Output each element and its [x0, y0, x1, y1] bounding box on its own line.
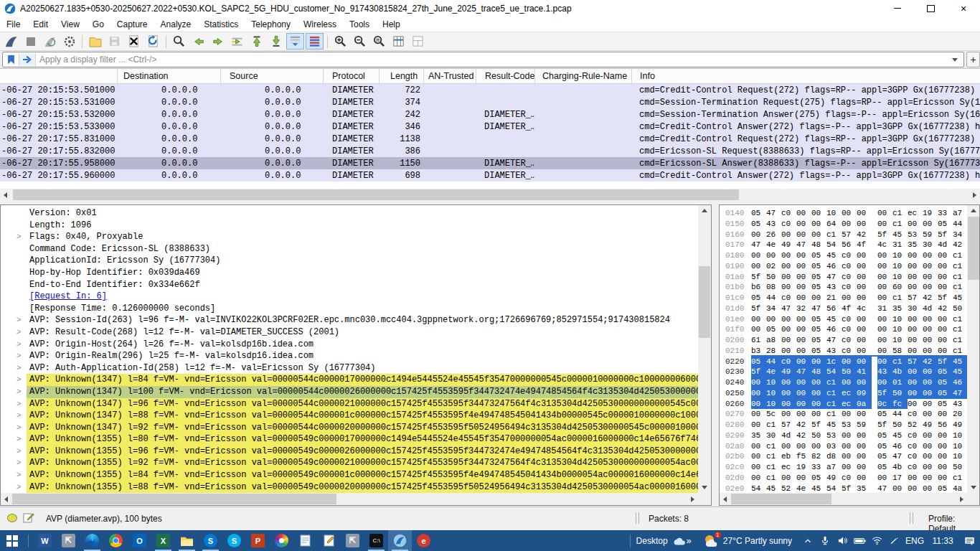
- scroll-up-arrow-icon[interactable]: [971, 209, 976, 212]
- packet-row[interactable]: -06-27 20:17:55.9600000.0.0.00.0.0.0DIAM…: [0, 169, 980, 182]
- hex-vscroll-thumb[interactable]: [968, 217, 979, 280]
- packet-row[interactable]: -06-27 20:15:53.5330000.0.0.00.0.0.0DIAM…: [0, 121, 980, 133]
- column-header-Source[interactable]: Source: [220, 69, 323, 84]
- scroll-left-arrow-icon[interactable]: [4, 496, 8, 502]
- menu-view[interactable]: View: [55, 17, 86, 32]
- hex-row[interactable]: 02600010000000c1ec0a0cfc00000543: [720, 399, 968, 410]
- packet-row[interactable]: -06-27 20:17:55.9580000.0.0.00.0.0.0DIAM…: [0, 157, 980, 169]
- filter-add-button[interactable]: +: [966, 52, 980, 67]
- detail-line[interactable]: >AVP: Unknown(1347) l=84 f=VM- vnd=Erics…: [1, 374, 698, 386]
- expert-info-icon[interactable]: [7, 514, 17, 522]
- expand-arrow-icon[interactable]: >: [17, 362, 22, 375]
- hex-row[interactable]: 01b0b60800000543c0000060000000c1: [720, 282, 968, 293]
- detail-line[interactable]: >Flags: 0x40, Proxyable: [1, 231, 698, 243]
- taskbar-edge[interactable]: [80, 530, 104, 551]
- zoom-out-icon[interactable]: [351, 33, 369, 50]
- taskbar-photos[interactable]: [270, 530, 293, 551]
- column-header-Info[interactable]: Info: [631, 69, 980, 84]
- close-file-icon[interactable]: [125, 33, 143, 50]
- onedrive-cloud-icon[interactable]: [672, 536, 685, 546]
- taskbar-wireshark[interactable]: [388, 530, 412, 551]
- filter-dropdown-caret-icon[interactable]: [952, 58, 958, 62]
- speaker-icon[interactable]: [834, 530, 851, 551]
- hex-row[interactable]: 01600026000000c157425f4553595f34: [720, 230, 968, 240]
- hex-hscrollbar[interactable]: [720, 493, 967, 505]
- detail-line[interactable]: >AVP: Unknown(1347) l=100 f=VM- vnd=Eric…: [1, 386, 698, 398]
- detail-line[interactable]: ApplicationId: Ericsson Sy (16777304): [1, 255, 698, 267]
- detail-line[interactable]: Version: 0x01: [1, 207, 698, 220]
- expand-arrow-icon[interactable]: >: [17, 398, 22, 410]
- hex-row[interactable]: 028000c157425f4553595f5052495649: [720, 420, 968, 430]
- menu-edit[interactable]: Edit: [27, 17, 55, 32]
- menu-statistics[interactable]: Statistics: [197, 17, 245, 32]
- hex-row[interactable]: 01500543c0000064000000c100000544: [720, 219, 968, 230]
- language-indicator[interactable]: ENG: [903, 530, 927, 551]
- taskbar-command-prompt[interactable]: C:\: [364, 530, 388, 551]
- go-back-icon[interactable]: [189, 33, 207, 50]
- detail-line[interactable]: >AVP: Auth-Application-Id(258) l=12 f=-M…: [1, 362, 698, 375]
- start-capture-icon[interactable]: [2, 33, 20, 50]
- detail-hscrollbar[interactable]: [1, 493, 698, 505]
- hex-hscroll-thumb[interactable]: [731, 494, 831, 504]
- detail-line[interactable]: >AVP: Unknown(1355) l=92 f=VM- vnd=Erics…: [1, 457, 698, 469]
- detail-vscroll-thumb[interactable]: [699, 266, 710, 338]
- detail-line[interactable]: Command Code: Ericsson-SL (8388633): [1, 243, 698, 255]
- taskbar-red-app[interactable]: e: [412, 530, 435, 551]
- scroll-down-arrow-icon[interactable]: [971, 486, 976, 489]
- capture-comment-icon[interactable]: [23, 512, 34, 524]
- detail-line[interactable]: End-to-End Identifier: 0x334e662f: [1, 279, 698, 291]
- expand-arrow-icon[interactable]: >: [17, 469, 22, 481]
- expand-arrow-icon[interactable]: >: [17, 446, 22, 458]
- close-button[interactable]: ×: [947, 0, 980, 17]
- resize-columns-icon[interactable]: [390, 33, 407, 50]
- detail-hscroll-thumb[interactable]: [12, 494, 336, 504]
- detail-line[interactable]: >AVP: Unknown(1355) l=84 f=VM- vnd=Erics…: [1, 469, 698, 481]
- detail-line[interactable]: >AVP: Unknown(1347) l=92 f=VM- vnd=Erics…: [1, 422, 698, 434]
- detail-line[interactable]: >AVP: Origin-Host(264) l=26 f=-M- val=ko…: [1, 339, 698, 351]
- expand-arrow-icon[interactable]: >: [17, 386, 22, 398]
- detail-line[interactable]: >AVP: Unknown(1355) l=80 f=VM- vnd=Erics…: [1, 433, 698, 446]
- packet-row[interactable]: -06-27 20:17:55.8310000.0.0.00.0.0.0DIAM…: [0, 133, 980, 145]
- menu-capture[interactable]: Capture: [110, 17, 154, 32]
- pen-icon[interactable]: [885, 530, 903, 551]
- filter-apply-arrow-icon[interactable]: [19, 53, 36, 66]
- taskbar-powerpoint[interactable]: P: [246, 530, 270, 551]
- expand-arrow-icon[interactable]: >: [17, 374, 22, 386]
- taskbar-remote-desktop-2[interactable]: ⇱: [341, 530, 364, 551]
- column-header-Charging-Rule-Name[interactable]: Charging-Rule-Name: [534, 69, 631, 84]
- capture-options-icon[interactable]: [60, 33, 78, 50]
- stop-capture-icon[interactable]: [22, 33, 39, 50]
- column-header-Length[interactable]: Length: [379, 69, 423, 84]
- hex-row[interactable]: 02b000c1ebf582d800000547c0000010: [720, 451, 968, 462]
- expand-arrow-icon[interactable]: >: [17, 326, 22, 339]
- detail-line[interactable]: >AVP: Unknown(1355) l=88 f=VM- vnd=Erics…: [1, 481, 698, 494]
- scroll-right-arrow-icon[interactable]: [973, 192, 976, 198]
- detail-line[interactable]: Length: 1096: [1, 220, 698, 232]
- display-filter-field[interactable]: [2, 52, 964, 67]
- minimize-button[interactable]: [881, 0, 914, 17]
- maximize-button[interactable]: [914, 0, 947, 17]
- packet-row[interactable]: -06-27 20:17:55.8320000.0.0.00.0.0.0DIAM…: [0, 145, 980, 157]
- start-button[interactable]: [0, 530, 24, 551]
- hex-row[interactable]: 01e0000000000545c0000010000000c1: [720, 314, 968, 325]
- battery-icon[interactable]: [851, 530, 868, 551]
- hex-row[interactable]: 02a000c10000000300000546c0000010: [720, 441, 968, 452]
- taskbar-text-editor[interactable]: [317, 530, 341, 551]
- packet-row[interactable]: -06-27 20:15:53.5310000.0.0.00.0.0.0DIAM…: [0, 96, 980, 108]
- taskbar-outlook[interactable]: O: [128, 530, 151, 551]
- taskbar-word[interactable]: W: [33, 530, 57, 551]
- scroll-left-arrow-icon[interactable]: [4, 192, 7, 198]
- expand-arrow-icon[interactable]: >: [17, 481, 22, 494]
- desktop-toolbar-chevron[interactable]: »: [687, 535, 692, 546]
- hex-row[interactable]: 01f0000500000546c0000010000000c1: [720, 324, 968, 335]
- hex-row[interactable]: 01400547c0000010000000c1ec1933a7: [720, 208, 968, 219]
- detail-line[interactable]: Hop-by-Hop Identifier: 0x039da469: [1, 267, 698, 279]
- hex-row[interactable]: 02d000c100000549c0000017000000c1: [720, 473, 968, 484]
- go-last-packet-icon[interactable]: [267, 33, 285, 50]
- hex-row[interactable]: 0210b32800000543c0000058000000c1: [720, 346, 968, 357]
- scroll-down-arrow-icon[interactable]: [702, 486, 707, 489]
- hex-row[interactable]: 0180000000000545c0000010000000c1: [720, 250, 968, 261]
- column-header-time[interactable]: [0, 69, 117, 84]
- menu-tools[interactable]: Tools: [343, 17, 376, 32]
- column-header-Result-Code[interactable]: Result-Code: [476, 69, 534, 84]
